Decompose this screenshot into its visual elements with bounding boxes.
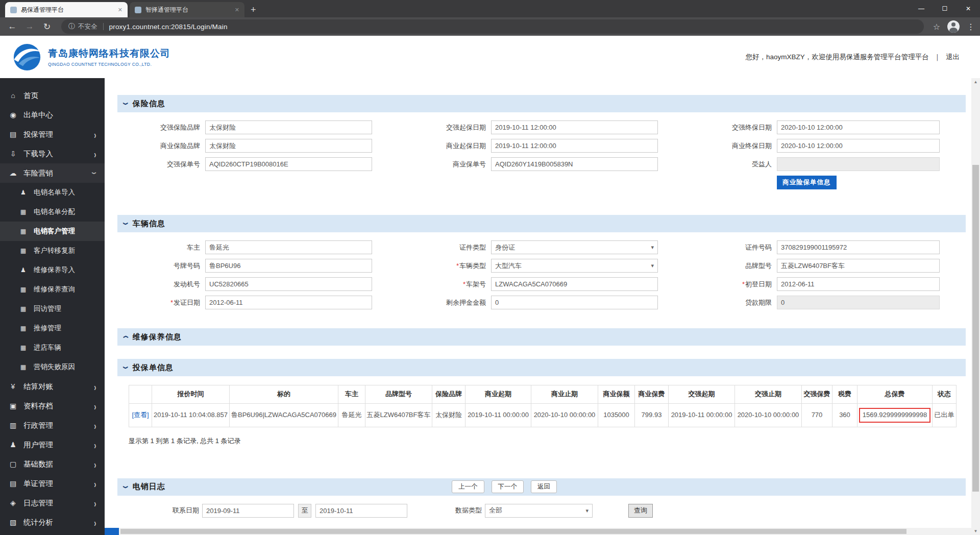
sidebar-item-telemarketing-customer-management[interactable]: ▦ 电销客户管理 bbox=[0, 222, 105, 241]
sidebar-item-base-data[interactable]: ▢ 基础数据 › bbox=[0, 454, 105, 474]
section-collapse-icon[interactable]: › bbox=[118, 102, 133, 105]
sidebar-item-statistics-analysis[interactable]: ▧ 统计分析 › bbox=[0, 513, 105, 532]
previous-button[interactable]: 上一个 bbox=[452, 480, 484, 493]
chart-icon: ▧ bbox=[8, 518, 18, 526]
contact-date-to-input[interactable] bbox=[315, 504, 407, 518]
field-label: *发证日期 bbox=[117, 298, 203, 307]
field-label: 商业起保日期 bbox=[374, 141, 489, 151]
sidebar-item-revisit-management[interactable]: ▦ 回访管理 bbox=[0, 299, 105, 319]
document-icon: ▤ bbox=[8, 479, 18, 488]
browser-menu-icon[interactable]: ⋮ bbox=[967, 22, 975, 32]
horizontal-scrollbar-thumb[interactable] bbox=[120, 529, 906, 534]
sidebar-item-customer-transfer[interactable]: ▦ 客户转移复新 bbox=[0, 241, 105, 260]
sidebar-item-log-management[interactable]: ◈ 日志管理 › bbox=[0, 493, 105, 513]
vehicle-info-section-header[interactable]: › 车辆信息 bbox=[117, 215, 966, 232]
sidebar-item-telemarketing-list-assign[interactable]: ▦ 电销名单分配 bbox=[0, 202, 105, 222]
field-label: 交强保单号 bbox=[117, 160, 203, 169]
commercial-start-date-input[interactable] bbox=[491, 139, 658, 153]
horizontal-scrollbar[interactable] bbox=[105, 528, 971, 535]
compulsory-policy-no-input[interactable] bbox=[205, 157, 372, 171]
new-tab-button[interactable]: + bbox=[251, 5, 256, 15]
chevron-right-icon: › bbox=[94, 477, 96, 490]
tab-close-icon[interactable]: ✕ bbox=[235, 7, 239, 13]
compulsory-end-date-input[interactable] bbox=[777, 120, 940, 134]
policy-info-section-header[interactable]: › 投保单信息 bbox=[117, 359, 966, 376]
sidebar-item-document-management[interactable]: ▤ 单证管理 › bbox=[0, 474, 105, 493]
section-collapse-icon[interactable]: › bbox=[118, 222, 133, 225]
info-icon[interactable]: ⓘ bbox=[68, 22, 75, 31]
sidebar-item-archive[interactable]: ▣ 资料存档 › bbox=[0, 396, 105, 416]
query-button[interactable]: 查询 bbox=[628, 504, 653, 518]
vehicle-type-select[interactable]: 大型汽车 ▾ bbox=[491, 259, 658, 273]
sidebar-item-admin-management[interactable]: ▥ 行政管理 › bbox=[0, 416, 105, 435]
compulsory-brand-input[interactable] bbox=[205, 120, 372, 134]
section-title: 电销日志 bbox=[133, 482, 165, 492]
field-label: 商业保险品牌 bbox=[117, 141, 203, 151]
forward-icon[interactable]: → bbox=[22, 21, 37, 32]
reload-icon[interactable]: ↻ bbox=[40, 21, 54, 32]
data-type-select[interactable]: 全部 ▾ bbox=[485, 504, 593, 518]
telemarketing-log-section-header[interactable]: › 电销日志 上一个 下一个 返回 bbox=[117, 478, 966, 496]
address-bar[interactable]: ⓘ 不安全 proxy1.countnet.cn:20815/Login/Mai… bbox=[61, 19, 924, 34]
sidebar-item-marketing-failure-reason[interactable]: ▦ 营销失败原因 bbox=[0, 357, 105, 377]
section-expand-icon[interactable]: › bbox=[118, 335, 133, 338]
view-link[interactable]: [查看] bbox=[132, 411, 149, 419]
commercial-policy-info-button[interactable]: 商业险保单信息 bbox=[777, 176, 837, 189]
window-close-button[interactable]: ✕ bbox=[957, 0, 980, 17]
compulsory-start-date-input[interactable] bbox=[491, 120, 658, 134]
plate-number-input[interactable] bbox=[205, 259, 372, 273]
sidebar-item-maintenance-query[interactable]: ▦ 维修保养查询 bbox=[0, 280, 105, 299]
engine-number-input[interactable] bbox=[205, 277, 372, 291]
remaining-deposit-input[interactable] bbox=[491, 296, 658, 309]
commercial-end-date-input[interactable] bbox=[777, 139, 940, 153]
sidebar-item-policy-management[interactable]: ▤ 投保管理 › bbox=[0, 125, 105, 144]
sidebar-item-order-center[interactable]: ◉ 出单中心 bbox=[0, 105, 105, 125]
back-icon[interactable]: ← bbox=[5, 21, 19, 32]
insurance-info-section-header[interactable]: › 保险信息 bbox=[117, 95, 966, 112]
scroll-up-icon[interactable]: ▲ bbox=[971, 78, 980, 86]
maintenance-info-section-header[interactable]: › 维修保养信息 bbox=[117, 328, 966, 346]
logout-link[interactable]: 退出 bbox=[946, 53, 960, 62]
id-type-select[interactable]: 身份证 ▾ bbox=[491, 240, 658, 254]
page-header: 青岛康特网络科技有限公司 QINGDAO COUNTNET TECHNOLOGY… bbox=[0, 36, 980, 78]
commercial-policy-no-input[interactable] bbox=[491, 157, 658, 171]
sidebar-item-repair-management[interactable]: ▦ 推修管理 bbox=[0, 319, 105, 338]
scroll-down-icon[interactable]: ▼ bbox=[971, 527, 980, 535]
browser-tab-2[interactable]: 智择通管理平台 ✕ bbox=[130, 2, 244, 17]
sidebar-item-download-import[interactable]: ⇩ 下载导入 › bbox=[0, 144, 105, 163]
chevron-right-icon: › bbox=[94, 439, 96, 451]
browser-tab-1[interactable]: 易保通管理平台 ✕ bbox=[5, 2, 128, 17]
vertical-scrollbar[interactable]: ▲ ▼ bbox=[971, 78, 980, 535]
required-mark: * bbox=[742, 280, 745, 288]
order-center-icon: ◉ bbox=[8, 111, 18, 119]
data-type-label: 数据类型 bbox=[407, 506, 485, 515]
next-button[interactable]: 下一个 bbox=[492, 480, 524, 493]
id-number-input[interactable] bbox=[777, 240, 940, 254]
tab-title: 易保通管理平台 bbox=[21, 6, 114, 14]
sidebar-item-instore-vehicles[interactable]: ▦ 进店车辆 bbox=[0, 338, 105, 357]
commercial-brand-input[interactable] bbox=[205, 139, 372, 153]
sidebar-item-car-insurance-marketing[interactable]: ☁ 车险营销 › bbox=[0, 163, 105, 183]
sidebar-item-home[interactable]: ⌂ 首页 bbox=[0, 86, 105, 105]
window-minimize-button[interactable]: — bbox=[910, 0, 933, 17]
section-collapse-icon[interactable]: › bbox=[118, 366, 133, 369]
issue-date-input[interactable] bbox=[205, 296, 372, 309]
sidebar-item-telemarketing-list-import[interactable]: ♟ 电销名单导入 bbox=[0, 183, 105, 202]
bookmark-star-icon[interactable]: ☆ bbox=[933, 22, 940, 32]
field-label: *车架号 bbox=[374, 280, 489, 289]
sidebar-item-maintenance-import[interactable]: ♟ 维修保养导入 bbox=[0, 260, 105, 280]
first-registration-date-input[interactable] bbox=[777, 277, 940, 291]
brand-model-input[interactable] bbox=[777, 259, 940, 273]
sidebar-item-settlement[interactable]: ¥ 结算对账 › bbox=[0, 377, 105, 396]
sidebar-item-user-management[interactable]: ♟ 用户管理 › bbox=[0, 435, 105, 454]
vin-input[interactable] bbox=[491, 277, 658, 291]
vertical-scrollbar-thumb[interactable] bbox=[972, 165, 979, 492]
owner-input[interactable] bbox=[205, 240, 372, 254]
profile-avatar[interactable] bbox=[947, 20, 960, 33]
section-collapse-icon[interactable]: › bbox=[118, 485, 133, 489]
tab-close-icon[interactable]: ✕ bbox=[118, 7, 122, 13]
yen-icon: ¥ bbox=[8, 382, 18, 391]
window-maximize-button[interactable]: ☐ bbox=[933, 0, 957, 17]
return-button[interactable]: 返回 bbox=[531, 480, 557, 493]
contact-date-from-input[interactable] bbox=[202, 504, 294, 518]
